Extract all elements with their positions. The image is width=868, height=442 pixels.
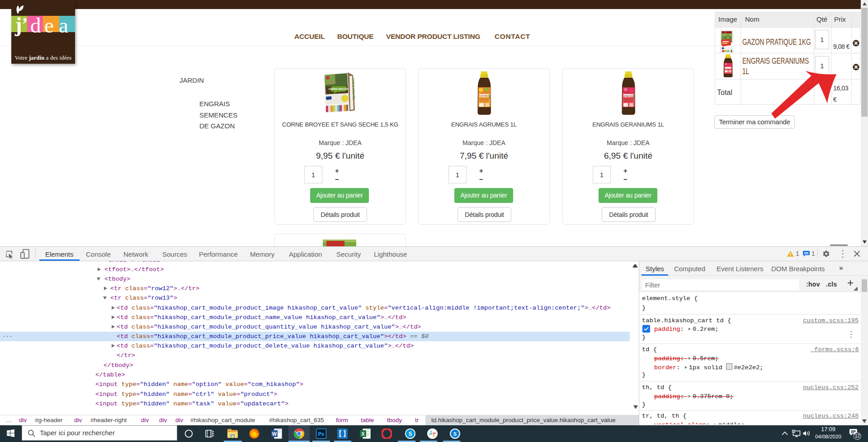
svg-text:CORNE BROYÉE: CORNE BROYÉE xyxy=(329,87,349,90)
svg-text:S: S xyxy=(408,431,412,437)
svg-text:GÉRANIUMS: GÉRANIUMS xyxy=(623,95,634,97)
svg-text:W: W xyxy=(272,431,277,437)
svg-text:AGRUMES: AGRUMES xyxy=(479,95,489,97)
svg-text:Ps: Ps xyxy=(318,431,324,437)
svg-text:S: S xyxy=(453,431,457,437)
svg-text:X: X xyxy=(361,431,365,437)
